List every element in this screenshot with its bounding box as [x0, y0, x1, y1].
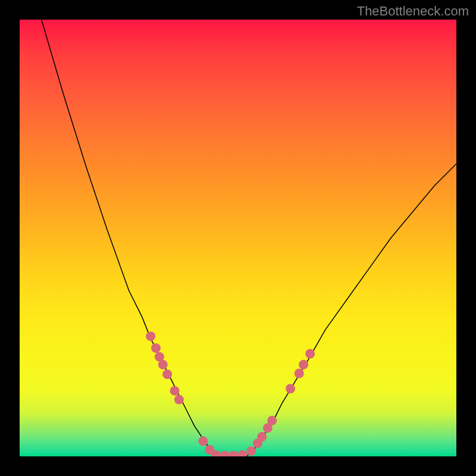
data-marker	[146, 331, 155, 341]
data-marker	[246, 446, 256, 456]
data-marker	[305, 349, 315, 359]
data-marker	[237, 450, 247, 456]
watermark-text: TheBottleneck.com	[357, 4, 469, 19]
data-marker	[299, 360, 308, 369]
data-marker	[174, 395, 184, 405]
chart-svg	[20, 20, 456, 456]
data-marker	[170, 386, 180, 396]
data-marker	[162, 369, 172, 379]
data-marker	[220, 451, 230, 456]
data-marker	[198, 436, 208, 446]
data-marker	[151, 343, 161, 353]
chart-plot-area	[20, 20, 456, 456]
data-marker	[286, 384, 295, 393]
scatter-markers	[146, 331, 315, 456]
data-marker	[267, 416, 277, 425]
data-marker	[158, 360, 168, 369]
data-marker	[295, 369, 304, 378]
data-marker	[229, 451, 239, 456]
curve-right	[247, 164, 456, 456]
curve-left	[42, 20, 217, 456]
data-marker	[257, 432, 267, 441]
